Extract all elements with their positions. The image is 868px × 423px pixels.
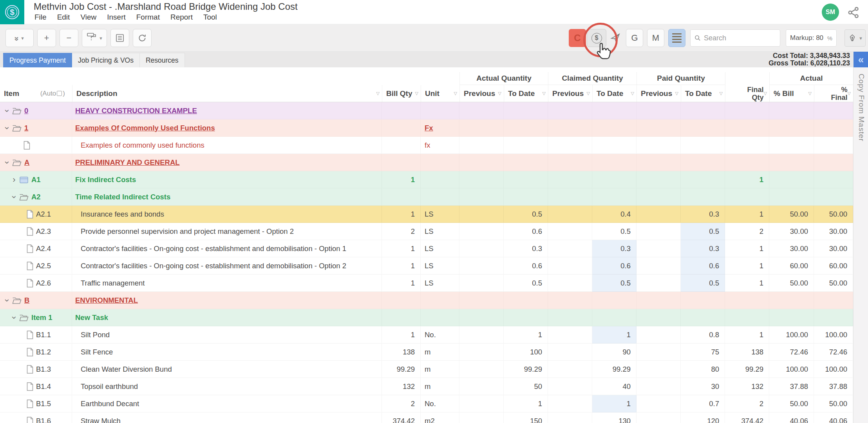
table-row[interactable]: ›A2Time Related Indirect Costs	[0, 188, 853, 206]
cell-claimed-previous[interactable]	[548, 223, 592, 240]
cell-pct-bill[interactable]: 37.88	[769, 378, 814, 395]
cell-actual-to-date[interactable]	[504, 137, 548, 154]
cell-unit[interactable]: m2	[421, 412, 459, 423]
column-header-actual-previous[interactable]: Previous▽	[459, 85, 504, 102]
cell-pct-bill[interactable]	[769, 309, 814, 326]
filter-icon[interactable]: ▽	[542, 91, 546, 96]
collapse-chevron-icon[interactable]: ›	[2, 107, 12, 115]
cell-bill-qty[interactable]	[382, 188, 421, 206]
cell-claimed-to-date[interactable]: 0.4	[592, 206, 637, 223]
cell-actual-to-date[interactable]: 1	[504, 326, 548, 343]
cell-claimed-to-date[interactable]: 0.5	[592, 223, 637, 240]
cell-claimed-to-date[interactable]: 0.3	[592, 240, 637, 257]
cell-bill-qty[interactable]	[382, 102, 421, 119]
cell-bill-qty[interactable]: 1	[382, 171, 421, 188]
cell-final-qty[interactable]	[725, 154, 769, 171]
table-row[interactable]: B1.4Topsoil earthbund132m50403013237.883…	[0, 378, 853, 395]
search-input[interactable]	[704, 34, 776, 42]
collapse-chevron-icon[interactable]: ›	[9, 314, 19, 322]
cell-claimed-to-date[interactable]	[592, 171, 637, 188]
cell-description[interactable]: Silt Pond	[72, 326, 382, 343]
cell-claimed-to-date[interactable]	[592, 292, 637, 309]
collapse-chevron-icon[interactable]: ›	[2, 296, 12, 304]
cell-paid-to-date[interactable]	[681, 171, 725, 188]
cell-claimed-to-date[interactable]	[592, 188, 637, 206]
cell-claimed-to-date[interactable]: 0.6	[592, 257, 637, 275]
cell-actual-to-date[interactable]	[504, 309, 548, 326]
cell-item[interactable]: ›0	[0, 102, 72, 119]
cell-claimed-to-date[interactable]: 0.5	[592, 275, 637, 292]
m-button[interactable]: M	[647, 29, 664, 47]
cell-description[interactable]: Silt Fence	[72, 343, 382, 361]
cell-bill-qty[interactable]	[382, 119, 421, 137]
cell-paid-to-date[interactable]: 0.5	[681, 223, 725, 240]
table-row[interactable]: B1.2Silt Fence138m100907513872.4672.46	[0, 343, 853, 361]
cell-unit[interactable]: Fx	[421, 119, 459, 137]
cell-paid-previous[interactable]	[637, 275, 681, 292]
cell-pct-final[interactable]	[814, 119, 853, 137]
cell-pct-bill[interactable]: 100.00	[769, 361, 814, 378]
cell-pct-bill[interactable]	[769, 154, 814, 171]
cell-paid-to-date[interactable]	[681, 154, 725, 171]
cell-paid-to-date[interactable]: 0.8	[681, 326, 725, 343]
cell-claimed-previous[interactable]	[548, 412, 592, 423]
cell-final-qty[interactable]: 374.42	[725, 412, 769, 423]
collapse-chevron-icon[interactable]: ›	[9, 193, 19, 201]
cell-unit[interactable]	[421, 309, 459, 326]
cell-final-qty[interactable]	[725, 102, 769, 119]
cell-paid-previous[interactable]	[637, 326, 681, 343]
cell-final-qty[interactable]: 1	[725, 326, 769, 343]
chevron-down-icon[interactable]: ▾	[99, 35, 102, 41]
cell-unit[interactable]: m	[421, 343, 459, 361]
filter-icon[interactable]: ▽	[454, 91, 457, 96]
cell-bill-qty[interactable]: 138	[382, 343, 421, 361]
cell-actual-previous[interactable]	[459, 257, 504, 275]
cell-pct-final[interactable]	[814, 102, 853, 119]
cell-actual-previous[interactable]	[459, 206, 504, 223]
cell-pct-final[interactable]	[814, 171, 853, 188]
remove-row-button[interactable]: −	[60, 29, 78, 47]
table-row[interactable]: A2.4Contractor's facilities - On-going c…	[0, 240, 853, 257]
table-row[interactable]: ›BENVIRONMENTAL	[0, 292, 853, 309]
cell-description[interactable]: Insurance fees and bonds	[72, 206, 382, 223]
cell-bill-qty[interactable]: 374.42	[382, 412, 421, 423]
cell-pct-bill[interactable]	[769, 292, 814, 309]
cell-final-qty[interactable]: 2	[725, 395, 769, 412]
cell-item[interactable]: B1.6	[0, 412, 72, 423]
filter-icon[interactable]: ▽	[720, 91, 723, 96]
menu-insert[interactable]: Insert	[107, 13, 126, 22]
line-view-button[interactable]	[668, 29, 685, 47]
table-row[interactable]: B1.1Silt Pond1No.110.81100.00100.00	[0, 326, 853, 343]
filter-icon[interactable]: ▽	[808, 91, 812, 96]
cell-unit[interactable]: LS	[421, 240, 459, 257]
cell-item[interactable]: ›A2	[0, 188, 72, 206]
cell-paid-previous[interactable]	[637, 171, 681, 188]
filter-icon[interactable]: ▽	[631, 91, 634, 96]
collapse-chevron-icon[interactable]: ›	[2, 159, 12, 166]
cell-pct-final[interactable]	[814, 292, 853, 309]
cell-paid-to-date[interactable]: 0.3	[681, 240, 725, 257]
column-header-claimed-to-date[interactable]: To Date▽	[592, 85, 637, 102]
cell-paid-to-date[interactable]: 0.5	[681, 275, 725, 292]
cell-item[interactable]: B1.1	[0, 326, 72, 343]
menu-edit[interactable]: Edit	[57, 13, 70, 22]
copy-from-master-panel[interactable]: « Copy From Master	[853, 52, 868, 423]
cell-actual-previous[interactable]	[459, 361, 504, 378]
column-header-paid-previous[interactable]: Previous▽	[637, 85, 681, 102]
cell-description[interactable]: Provide personnel supervision and projec…	[72, 223, 382, 240]
cell-claimed-previous[interactable]	[548, 188, 592, 206]
cell-claimed-previous[interactable]	[548, 240, 592, 257]
cell-pct-final[interactable]	[814, 137, 853, 154]
cell-paid-previous[interactable]	[637, 223, 681, 240]
share-icon[interactable]	[847, 6, 860, 19]
cell-pct-bill[interactable]: 50.00	[769, 275, 814, 292]
column-header-paid-to-date[interactable]: To Date▽	[681, 85, 725, 102]
column-header-actual-to-date[interactable]: To Date▽	[504, 85, 548, 102]
cell-pct-final[interactable]: 100.00	[814, 361, 853, 378]
cell-pct-bill[interactable]: 30.00	[769, 240, 814, 257]
table-row[interactable]: ›A1Fix Indirect Costs11	[0, 171, 853, 188]
cell-paid-previous[interactable]	[637, 137, 681, 154]
cell-bill-qty[interactable]: 1	[382, 275, 421, 292]
cell-description[interactable]: New Task	[72, 309, 382, 326]
cell-actual-to-date[interactable]	[504, 171, 548, 188]
